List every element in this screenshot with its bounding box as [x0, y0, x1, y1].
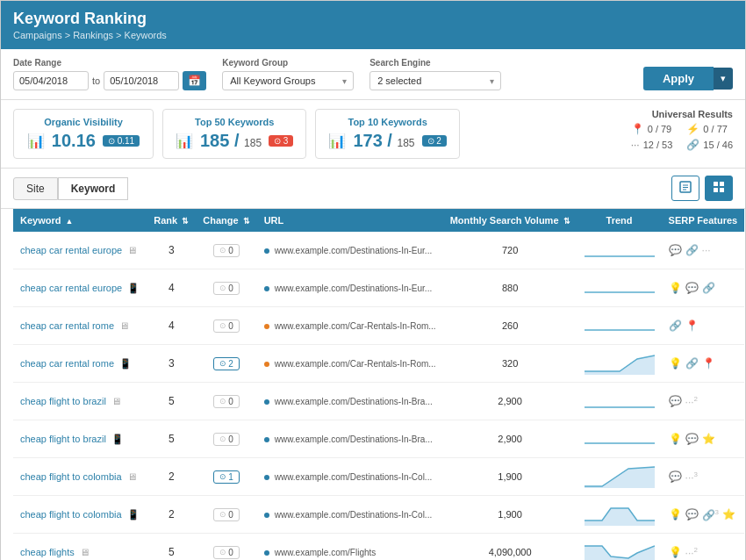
cell-url-0: www.example.com/Destinations-In-Eur...	[257, 232, 443, 269]
svg-rect-4	[714, 182, 718, 186]
rank-value-8: 5	[169, 546, 175, 558]
keyword-link-6[interactable]: cheap flight to colombia	[20, 471, 122, 482]
cell-url-6: www.example.com/Destinations-In-Col...	[257, 458, 443, 496]
cell-rank-1: 4	[147, 269, 196, 307]
cell-volume-0: 720	[443, 232, 577, 269]
ur-item-0: 📍 0 / 79	[631, 123, 673, 135]
keyword-link-5[interactable]: cheap flight to brazil	[20, 434, 106, 444]
table-row: cheap flight to colombia 🖥 2 ⊙ 1 www.exa…	[13, 458, 744, 496]
svg-rect-5	[720, 182, 724, 186]
apply-button[interactable]: Apply	[643, 67, 714, 90]
top50-chart-icon: 📊	[176, 133, 193, 149]
filters-bar: Date Range to 📅 Keyword Group All Keywor…	[1, 49, 745, 100]
tab-site[interactable]: Site	[13, 177, 58, 200]
keyword-link-0[interactable]: cheap car rental europe	[20, 245, 122, 255]
cell-rank-6: 2	[147, 458, 196, 496]
cell-rank-8: 5	[147, 534, 196, 561]
cell-keyword-5: cheap flight to brazil 📱	[13, 420, 147, 458]
top10-badge: ⊙ 2	[422, 135, 447, 147]
toolbar-icons	[671, 176, 733, 201]
keyword-link-2[interactable]: cheap car rental rome	[20, 320, 114, 331]
rank-value-3: 3	[169, 357, 175, 370]
apply-dropdown-button[interactable]: ▾	[714, 68, 733, 90]
cell-keyword-7: cheap flight to colombia 📱	[13, 496, 147, 534]
bar-chart-icon: 📊	[27, 133, 45, 149]
ur-icon-pin: 📍	[631, 123, 644, 135]
tabs-toolbar: Site Keyword	[1, 169, 745, 209]
cell-volume-4: 2,900	[443, 383, 577, 420]
keyword-link-4[interactable]: cheap flight to brazil	[20, 396, 106, 406]
organic-visibility-value: 10.16	[52, 131, 96, 151]
top50-value: 185 / 185	[200, 131, 262, 151]
url-link-7[interactable]: www.example.com/Destinations-In-Col...	[275, 510, 433, 520]
cell-serp-1: 💡💬🔗	[662, 269, 745, 307]
cell-volume-5: 2,900	[443, 420, 577, 458]
ur-icon-bolt: ⚡	[686, 123, 699, 135]
url-link-8[interactable]: www.example.com/Flights	[275, 548, 377, 557]
table-row: cheap car rental europe 🖥 3 ⊙ 0 www.exam…	[13, 232, 744, 269]
cell-trend-0	[577, 232, 662, 269]
keyword-link-3[interactable]: cheap car rental rome	[20, 358, 114, 369]
cell-volume-2: 260	[443, 307, 577, 345]
grid-icon-button[interactable]	[705, 176, 733, 201]
top10-chart-icon: 📊	[328, 133, 346, 149]
ur-icon-link: 🔗	[686, 139, 699, 151]
date-to-input[interactable]	[104, 71, 179, 90]
breadcrumb: Campaigns > Rankings > Keywords	[13, 30, 733, 40]
cell-url-8: www.example.com/Flights	[257, 534, 443, 561]
keyword-link-1[interactable]: cheap car rental europe	[20, 283, 122, 293]
table-container: Keyword ▲ Rank ⇅ Change ⇅ URL Monthly Se…	[1, 209, 745, 560]
keywords-table: Keyword ▲ Rank ⇅ Change ⇅ URL Monthly Se…	[13, 209, 744, 560]
cell-change-1: ⊙ 0	[196, 269, 256, 307]
universal-results-grid: 📍 0 / 79 ⚡ 0 / 77 ··· 12 / 53 🔗 15 / 46	[631, 123, 733, 151]
keyword-link-8[interactable]: cheap flights	[20, 547, 75, 557]
table-row: cheap flight to brazil 🖥 5 ⊙ 0 www.examp…	[13, 383, 744, 420]
ur-value-3: 15 / 46	[703, 140, 733, 150]
cell-change-7: ⊙ 0	[196, 496, 256, 534]
date-from-input[interactable]	[13, 71, 89, 90]
tab-keyword[interactable]: Keyword	[58, 177, 129, 200]
keyword-group-select[interactable]: All Keyword Groups	[222, 71, 354, 90]
top50-badge: ⊙ 3	[269, 135, 293, 147]
cell-trend-2	[577, 307, 662, 345]
url-link-2[interactable]: www.example.com/Car-Rentals-In-Rom...	[275, 321, 436, 331]
table-row: cheap car rental europe 📱 4 ⊙ 0 www.exam…	[13, 269, 744, 307]
to-separator: to	[92, 75, 100, 86]
cell-trend-4	[577, 383, 662, 420]
cell-url-3: www.example.com/Car-Rentals-In-Rom...	[257, 345, 443, 383]
keyword-link-7[interactable]: cheap flight to colombia	[20, 509, 122, 520]
cell-serp-5: 💡💬⭐	[662, 420, 745, 458]
cell-volume-3: 320	[443, 345, 577, 383]
svg-rect-6	[714, 188, 718, 192]
top10-card: Top 10 Keywords 📊 173 / 185 ⊙ 2	[315, 109, 459, 159]
top10-value: 173 / 185	[353, 131, 414, 151]
url-link-5[interactable]: www.example.com/Destinations-In-Bra...	[275, 434, 433, 444]
cell-rank-7: 2	[147, 496, 196, 534]
cell-volume-6: 1,900	[443, 458, 577, 496]
calendar-button[interactable]: 📅	[183, 71, 206, 90]
col-change: Change ⇅	[196, 209, 256, 232]
url-link-3[interactable]: www.example.com/Car-Rentals-In-Rom...	[275, 359, 436, 369]
cell-keyword-6: cheap flight to colombia 🖥	[13, 458, 147, 496]
search-engine-select[interactable]: 2 selected	[369, 71, 501, 90]
ur-value-2: 12 / 53	[643, 140, 673, 150]
url-link-6[interactable]: www.example.com/Destinations-In-Col...	[275, 472, 433, 482]
cell-url-5: www.example.com/Destinations-In-Bra...	[257, 420, 443, 458]
col-trend: Trend	[577, 209, 662, 232]
export-icon-button[interactable]	[671, 176, 699, 201]
url-link-4[interactable]: www.example.com/Destinations-In-Bra...	[275, 397, 433, 406]
cell-change-5: ⊙ 0	[196, 420, 256, 458]
cell-serp-3: 💡🔗📍	[662, 345, 745, 383]
cell-rank-2: 4	[147, 307, 196, 345]
url-link-1[interactable]: www.example.com/Destinations-In-Eur...	[275, 284, 433, 293]
rank-value-6: 2	[169, 470, 175, 483]
rank-value-7: 2	[169, 508, 175, 521]
col-monthly-volume: Monthly Search Volume ⇅	[443, 209, 577, 232]
cell-keyword-2: cheap car rental rome 🖥	[13, 307, 147, 345]
cell-keyword-0: cheap car rental europe 🖥	[13, 232, 147, 269]
rank-value-2: 4	[169, 319, 175, 332]
universal-results-title: Universal Results	[631, 109, 733, 119]
url-link-0[interactable]: www.example.com/Destinations-In-Eur...	[275, 246, 433, 255]
ur-value-1: 0 / 77	[703, 124, 728, 134]
col-url: URL	[257, 209, 443, 232]
